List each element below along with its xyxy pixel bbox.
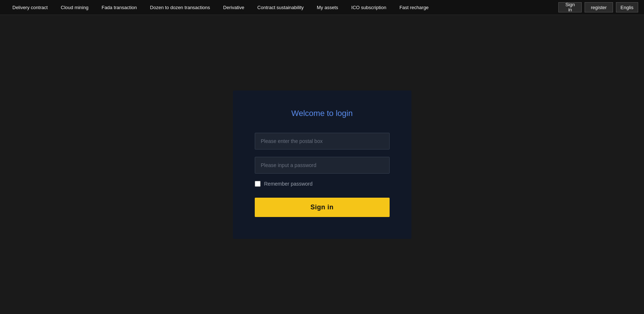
login-button[interactable]: Sign in [255, 198, 390, 217]
remember-row: Remember password [255, 181, 390, 187]
navbar: Delivery contract Cloud mining Fada tran… [0, 0, 644, 15]
password-input[interactable] [255, 157, 390, 174]
nav-item-contract-sustainability[interactable]: Contract sustainability [251, 0, 310, 15]
password-form-group [255, 157, 390, 174]
main-content: Welcome to login Remember password Sign … [0, 15, 644, 314]
nav-item-derivative[interactable]: Derivative [216, 0, 251, 15]
sign-in-button[interactable]: Sign in [558, 2, 582, 12]
login-card: Welcome to login Remember password Sign … [233, 90, 411, 239]
register-button[interactable]: register [585, 2, 613, 12]
nav-actions: Sign in register Englis [558, 2, 638, 12]
nav-links: Delivery contract Cloud mining Fada tran… [6, 0, 558, 15]
nav-item-delivery-contract[interactable]: Delivery contract [6, 0, 54, 15]
remember-checkbox[interactable] [255, 181, 261, 187]
sign-text: Sign [565, 2, 575, 7]
login-title: Welcome to login [291, 109, 352, 118]
nav-item-my-assets[interactable]: My assets [310, 0, 345, 15]
nav-item-ico-subscription[interactable]: ICO subscription [345, 0, 393, 15]
email-input[interactable] [255, 133, 390, 150]
email-form-group [255, 133, 390, 150]
nav-item-cloud-mining[interactable]: Cloud mining [54, 0, 95, 15]
language-button[interactable]: Englis [616, 2, 638, 12]
in-text: in [568, 7, 572, 12]
nav-item-dozen-to-dozen[interactable]: Dozen to dozen transactions [144, 0, 217, 15]
remember-label[interactable]: Remember password [264, 181, 313, 187]
nav-item-fada-transaction[interactable]: Fada transaction [95, 0, 144, 15]
nav-item-fast-recharge[interactable]: Fast recharge [393, 0, 435, 15]
